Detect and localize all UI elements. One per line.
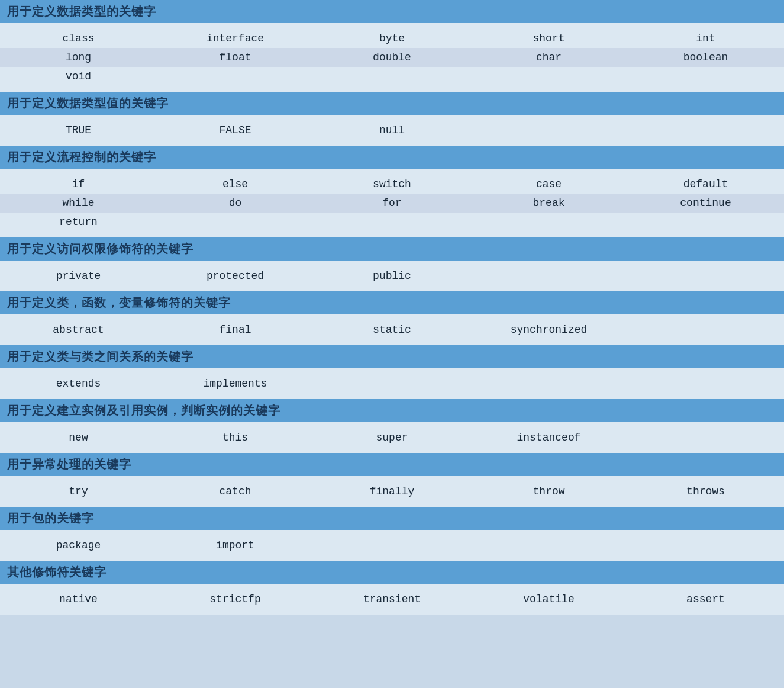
section-header: 用于定义数据类型的关键字 bbox=[0, 0, 784, 23]
section-body: newthissuperinstanceof bbox=[0, 422, 784, 453]
keyword-cell: assert bbox=[627, 592, 784, 606]
keyword-cell: try bbox=[0, 484, 157, 499]
section-body: privateprotectedpublic bbox=[0, 261, 784, 291]
section-header: 用于定义类与类之间关系的关键字 bbox=[0, 345, 784, 368]
keyword-row: trycatchfinallythrowthrows bbox=[0, 482, 784, 501]
keyword-cell: catch bbox=[157, 484, 314, 499]
keyword-cell bbox=[157, 215, 314, 229]
keyword-cell bbox=[470, 538, 627, 552]
main-table: 用于定义数据类型的关键字classinterfacebyteshortintlo… bbox=[0, 0, 784, 688]
keyword-cell: class bbox=[0, 31, 157, 46]
keyword-cell bbox=[314, 215, 470, 229]
keyword-cell: instanceof bbox=[470, 430, 627, 445]
keyword-row: void bbox=[0, 67, 784, 86]
section-body: ifelseswitchcasedefaultwhiledoforbreakco… bbox=[0, 169, 784, 237]
section-header: 用于定义建立实例及引用实例，判断实例的关键字 bbox=[0, 399, 784, 422]
keyword-row: privateprotectedpublic bbox=[0, 266, 784, 285]
keyword-cell bbox=[627, 123, 784, 137]
keyword-cell bbox=[470, 377, 627, 391]
section-body: trycatchfinallythrowthrows bbox=[0, 476, 784, 507]
section-header: 用于定义流程控制的关键字 bbox=[0, 146, 784, 169]
keyword-cell: throws bbox=[627, 484, 784, 499]
keyword-cell: else bbox=[157, 177, 314, 191]
keyword-cell: static bbox=[314, 323, 470, 337]
keyword-cell: return bbox=[0, 215, 157, 229]
keyword-cell bbox=[627, 269, 784, 283]
keyword-cell bbox=[627, 430, 784, 445]
keyword-cell: long bbox=[0, 50, 157, 65]
section-header: 用于定义类，函数，变量修饰符的关键字 bbox=[0, 291, 784, 314]
keyword-cell: null bbox=[314, 123, 470, 137]
keyword-cell: implements bbox=[157, 377, 314, 391]
keyword-cell: boolean bbox=[627, 50, 784, 65]
keyword-cell: TRUE bbox=[0, 123, 157, 137]
keyword-cell: continue bbox=[627, 196, 784, 210]
keyword-row: abstractfinalstaticsynchronized bbox=[0, 320, 784, 339]
section-header: 用于异常处理的关键字 bbox=[0, 453, 784, 476]
keyword-cell: strictfp bbox=[157, 592, 314, 606]
section-body: abstractfinalstaticsynchronized bbox=[0, 314, 784, 345]
keyword-cell: int bbox=[627, 31, 784, 46]
section-data-value-keywords: 用于定义数据类型值的关键字TRUEFALSEnull bbox=[0, 92, 784, 146]
keyword-cell: public bbox=[314, 269, 470, 283]
section-header: 用于包的关键字 bbox=[0, 507, 784, 530]
keyword-row: ifelseswitchcasedefault bbox=[0, 175, 784, 194]
keyword-row: extendsimplements bbox=[0, 374, 784, 393]
keyword-cell: volatile bbox=[470, 592, 627, 606]
section-body: nativestrictfptransientvolatileassert bbox=[0, 584, 784, 615]
section-body: packageimport bbox=[0, 530, 784, 561]
keyword-cell: short bbox=[470, 31, 627, 46]
section-flow-control-keywords: 用于定义流程控制的关键字ifelseswitchcasedefaultwhile… bbox=[0, 146, 784, 237]
keyword-cell: interface bbox=[157, 31, 314, 46]
keyword-cell: FALSE bbox=[157, 123, 314, 137]
section-instance-keywords: 用于定义建立实例及引用实例，判断实例的关键字newthissuperinstan… bbox=[0, 399, 784, 453]
keyword-cell bbox=[470, 123, 627, 137]
keyword-cell bbox=[627, 538, 784, 552]
keyword-cell: package bbox=[0, 538, 157, 552]
section-header: 用于定义访问权限修饰符的关键字 bbox=[0, 237, 784, 261]
keyword-cell: native bbox=[0, 592, 157, 606]
keyword-cell: do bbox=[157, 196, 314, 210]
keyword-cell: final bbox=[157, 323, 314, 337]
keyword-cell: case bbox=[470, 177, 627, 191]
keyword-cell: while bbox=[0, 196, 157, 210]
section-header: 用于定义数据类型值的关键字 bbox=[0, 92, 784, 115]
keyword-cell bbox=[470, 215, 627, 229]
keyword-cell: switch bbox=[314, 177, 470, 191]
section-data-type-keywords: 用于定义数据类型的关键字classinterfacebyteshortintlo… bbox=[0, 0, 784, 92]
section-body: classinterfacebyteshortintlongfloatdoubl… bbox=[0, 23, 784, 92]
keyword-cell: import bbox=[157, 538, 314, 552]
keyword-row: longfloatdoublecharboolean bbox=[0, 48, 784, 67]
keyword-cell: byte bbox=[314, 31, 470, 46]
keyword-cell: char bbox=[470, 50, 627, 65]
section-access-modifier-keywords: 用于定义访问权限修饰符的关键字privateprotectedpublic bbox=[0, 237, 784, 291]
keyword-cell bbox=[627, 69, 784, 83]
keyword-row: TRUEFALSEnull bbox=[0, 121, 784, 140]
keyword-cell: if bbox=[0, 177, 157, 191]
keyword-cell: private bbox=[0, 269, 157, 283]
keyword-cell bbox=[627, 323, 784, 337]
keyword-cell: transient bbox=[314, 592, 470, 606]
section-exception-keywords: 用于异常处理的关键字trycatchfinallythrowthrows bbox=[0, 453, 784, 507]
keyword-row: classinterfacebyteshortint bbox=[0, 29, 784, 48]
section-body: extendsimplements bbox=[0, 368, 784, 399]
section-body: TRUEFALSEnull bbox=[0, 115, 784, 146]
keyword-row: whiledoforbreakcontinue bbox=[0, 194, 784, 213]
keyword-cell: for bbox=[314, 196, 470, 210]
keyword-cell bbox=[314, 69, 470, 83]
keyword-cell: abstract bbox=[0, 323, 157, 337]
section-other-modifier-keywords: 其他修饰符关键字nativestrictfptransientvolatilea… bbox=[0, 561, 784, 615]
keyword-cell: extends bbox=[0, 377, 157, 391]
keyword-cell: super bbox=[314, 430, 470, 445]
keyword-cell: throw bbox=[470, 484, 627, 499]
section-package-keywords: 用于包的关键字packageimport bbox=[0, 507, 784, 561]
section-class-modifier-keywords: 用于定义类，函数，变量修饰符的关键字abstractfinalstaticsyn… bbox=[0, 291, 784, 345]
keyword-cell bbox=[314, 538, 470, 552]
section-class-relation-keywords: 用于定义类与类之间关系的关键字extendsimplements bbox=[0, 345, 784, 399]
keyword-cell bbox=[470, 69, 627, 83]
section-header: 其他修饰符关键字 bbox=[0, 561, 784, 584]
keyword-row: newthissuperinstanceof bbox=[0, 428, 784, 447]
keyword-row: packageimport bbox=[0, 536, 784, 555]
keyword-cell: this bbox=[157, 430, 314, 445]
keyword-row: return bbox=[0, 213, 784, 232]
